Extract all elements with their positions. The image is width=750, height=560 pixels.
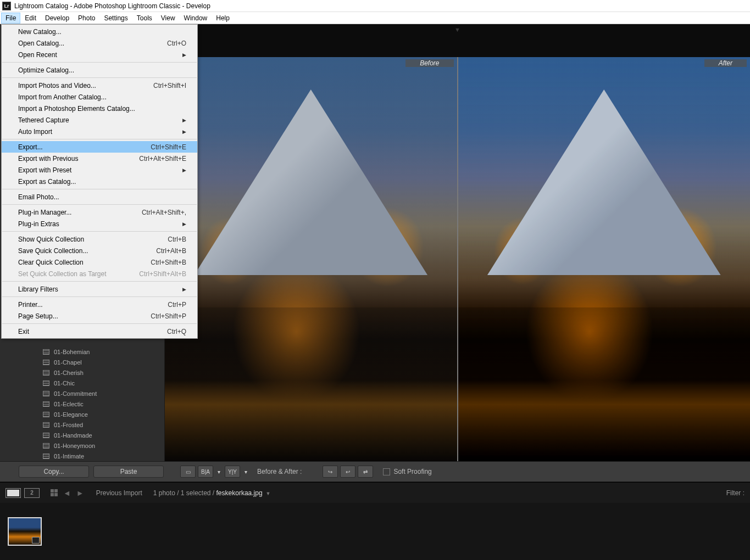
preset-item[interactable]: 01-Intimate bbox=[32, 451, 164, 461]
menu-shortcut: Ctrl+Shift+I bbox=[153, 82, 186, 89]
preset-item[interactable]: 01-Cherish bbox=[32, 367, 164, 378]
menu-develop[interactable]: Develop bbox=[41, 13, 74, 24]
swap-both-button[interactable]: ⇄ bbox=[358, 466, 373, 478]
menu-item-auto-import[interactable]: Auto Import▶ bbox=[2, 126, 197, 137]
copy-button[interactable]: Copy... bbox=[19, 466, 89, 478]
menu-item-import-a-photoshop-elements-catalog[interactable]: Import a Photoshop Elements Catalog... bbox=[2, 103, 197, 114]
menu-item-show-quick-collection[interactable]: Show Quick CollectionCtrl+B bbox=[2, 233, 197, 245]
preset-label: 01-Chapel bbox=[54, 359, 82, 366]
menu-item-set-quick-collection-as-target: Set Quick Collection as TargetCtrl+Shift… bbox=[2, 268, 197, 279]
menu-item-page-setup[interactable]: Page Setup...Ctrl+Shift+P bbox=[2, 310, 197, 322]
menu-item-clear-quick-collection[interactable]: Clear Quick CollectionCtrl+Shift+B bbox=[2, 256, 197, 268]
swap-left-button[interactable]: ↩ bbox=[340, 466, 355, 478]
menu-item-label: Set Quick Collection as Target bbox=[18, 270, 107, 278]
menu-item-open-recent[interactable]: Open Recent▶ bbox=[2, 49, 197, 60]
menu-item-printer[interactable]: Printer...Ctrl+P bbox=[2, 299, 197, 310]
menu-item-library-filters[interactable]: Library Filters▶ bbox=[2, 283, 197, 295]
compare-yy-button[interactable]: Y|Y bbox=[225, 466, 240, 478]
menu-item-label: Clear Quick Collection bbox=[18, 259, 84, 266]
preset-item[interactable]: 01-Chapel bbox=[32, 357, 164, 367]
preset-label: 01-Commitment bbox=[54, 390, 97, 397]
menu-item-new-catalog[interactable]: New Catalog... bbox=[2, 26, 197, 37]
filmstrip-header: 1 2 ◄ ► Previous Import 1 photo / 1 sele… bbox=[0, 482, 750, 503]
title-bar: Lr Lightroom Catalog - Adobe Photoshop L… bbox=[0, 0, 750, 12]
primary-display-button[interactable]: 1 bbox=[5, 488, 21, 498]
menu-file[interactable]: File bbox=[1, 13, 20, 24]
nav-forward-icon[interactable]: ► bbox=[76, 489, 84, 497]
crumb-file: feskekorkaa.jpg bbox=[216, 489, 263, 497]
after-image bbox=[458, 57, 751, 461]
top-panel-collapsed[interactable]: ▼ bbox=[165, 24, 750, 57]
dropdown-arrow-icon[interactable]: ▾ bbox=[242, 466, 249, 478]
menu-item-label: Email Photo... bbox=[18, 193, 59, 201]
filmstrip bbox=[0, 503, 750, 560]
menu-item-email-photo[interactable]: Email Photo... bbox=[2, 191, 197, 203]
menu-item-export-as-catalog[interactable]: Export as Catalog... bbox=[2, 176, 197, 187]
menu-item-optimize-catalog[interactable]: Optimize Catalog... bbox=[2, 64, 197, 76]
filter-label[interactable]: Filter : bbox=[726, 489, 745, 497]
menu-item-save-quick-collection[interactable]: Save Quick Collection...Ctrl+Alt+B bbox=[2, 245, 197, 256]
preset-icon bbox=[43, 422, 49, 428]
menu-tools[interactable]: Tools bbox=[132, 13, 157, 24]
menu-shortcut: Ctrl+Q bbox=[167, 328, 186, 335]
loupe-view-button[interactable]: ▭ bbox=[180, 466, 196, 478]
preset-label: 01-Handmade bbox=[54, 432, 92, 439]
menu-item-label: Plug-in Extras bbox=[18, 220, 59, 228]
preset-icon bbox=[43, 370, 49, 376]
thumbnail[interactable] bbox=[8, 517, 42, 546]
menu-window[interactable]: Window bbox=[180, 13, 212, 24]
preset-item[interactable]: 01-Chic bbox=[32, 378, 164, 388]
menu-item-label: Auto Import bbox=[18, 128, 52, 136]
preset-item[interactable]: 01-Eclectic bbox=[32, 399, 164, 409]
menu-item-import-from-another-catalog[interactable]: Import from Another Catalog... bbox=[2, 91, 197, 103]
menu-shortcut: Ctrl+Shift+P bbox=[151, 312, 186, 320]
menu-separator bbox=[2, 231, 197, 232]
preset-item[interactable]: 01-Elegance bbox=[32, 409, 164, 419]
preset-icon bbox=[43, 443, 49, 449]
compare-ba-button[interactable]: B|A bbox=[198, 466, 213, 478]
menu-item-export-with-preset[interactable]: Export with Preset▶ bbox=[2, 164, 197, 176]
menu-item-export-with-previous[interactable]: Export with PreviousCtrl+Alt+Shift+E bbox=[2, 153, 197, 164]
menu-help[interactable]: Help bbox=[212, 13, 234, 24]
preset-item[interactable]: 01-Bohemian bbox=[32, 346, 164, 357]
menu-item-export[interactable]: Export...Ctrl+Shift+E bbox=[2, 141, 197, 153]
nav-back-icon[interactable]: ◄ bbox=[63, 489, 71, 497]
preset-item[interactable]: 01-Frosted bbox=[32, 419, 164, 430]
grid-view-icon[interactable] bbox=[51, 489, 58, 496]
dropdown-arrow-icon[interactable]: ▾ bbox=[215, 466, 223, 478]
submenu-arrow-icon: ▶ bbox=[182, 221, 186, 227]
after-pane[interactable]: After bbox=[458, 57, 751, 461]
image-compare-area: Before After bbox=[165, 57, 750, 461]
menu-item-open-catalog[interactable]: Open Catalog...Ctrl+O bbox=[2, 37, 197, 49]
menu-item-label: Open Catalog... bbox=[18, 40, 64, 47]
menu-item-label: Import a Photoshop Elements Catalog... bbox=[18, 105, 135, 113]
menu-shortcut: Ctrl+Alt+B bbox=[156, 247, 186, 255]
menu-item-plug-in-manager[interactable]: Plug-in Manager...Ctrl+Alt+Shift+, bbox=[2, 206, 197, 218]
menu-settings[interactable]: Settings bbox=[99, 13, 132, 24]
menu-separator bbox=[2, 323, 197, 324]
secondary-display-button[interactable]: 2 bbox=[24, 488, 40, 498]
before-pane[interactable]: Before bbox=[165, 57, 457, 461]
paste-button[interactable]: Paste bbox=[93, 466, 164, 478]
swap-right-button[interactable]: ↪ bbox=[323, 466, 338, 478]
menu-edit[interactable]: Edit bbox=[20, 13, 41, 24]
menu-shortcut: Ctrl+Alt+Shift+, bbox=[142, 209, 186, 216]
menu-item-plug-in-extras[interactable]: Plug-in Extras▶ bbox=[2, 218, 197, 229]
menu-shortcut: Ctrl+Shift+B bbox=[151, 259, 186, 266]
menu-item-label: Exit bbox=[18, 328, 29, 335]
preset-icon bbox=[43, 453, 49, 459]
submenu-arrow-icon: ▶ bbox=[182, 52, 186, 58]
preset-item[interactable]: 01-Honeymoon bbox=[32, 440, 164, 451]
menu-item-exit[interactable]: ExitCtrl+Q bbox=[2, 326, 197, 337]
menu-shortcut: Ctrl+Alt+Shift+E bbox=[139, 155, 186, 163]
menu-item-import-photos-and-video[interactable]: Import Photos and Video...Ctrl+Shift+I bbox=[2, 80, 197, 91]
preset-item[interactable]: 01-Handmade bbox=[32, 430, 164, 440]
menu-item-label: Export with Preset bbox=[18, 166, 71, 174]
submenu-arrow-icon: ▶ bbox=[182, 287, 186, 292]
preset-item[interactable]: 01-Commitment bbox=[32, 388, 164, 399]
breadcrumb[interactable]: Previous Import 1 photo / 1 selected / f… bbox=[96, 489, 271, 497]
menu-view[interactable]: View bbox=[157, 13, 180, 24]
menu-photo[interactable]: Photo bbox=[74, 13, 99, 24]
soft-proofing-checkbox[interactable] bbox=[383, 468, 390, 475]
menu-item-tethered-capture[interactable]: Tethered Capture▶ bbox=[2, 114, 197, 126]
